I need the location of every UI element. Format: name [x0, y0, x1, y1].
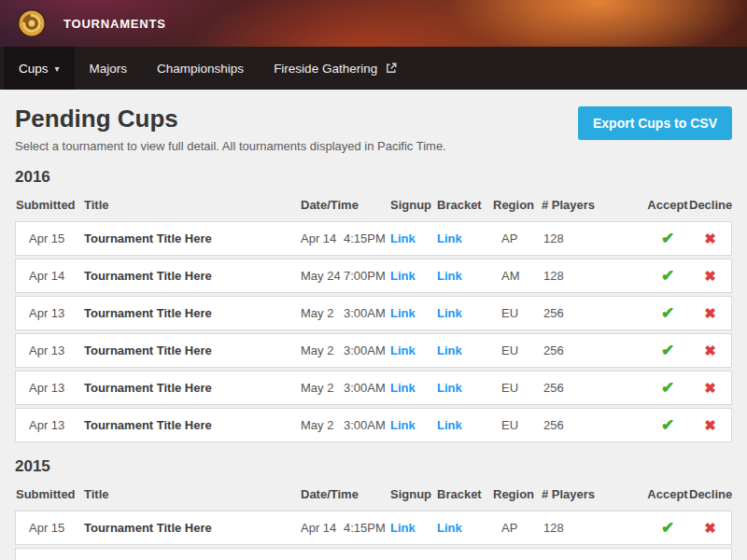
- table-row[interactable]: Apr 15 Tournament Title Here Apr 144:15P…: [15, 511, 732, 545]
- row-date: May 2: [301, 418, 344, 432]
- col-decline: Decline: [689, 487, 731, 501]
- table-row-partial[interactable]: [15, 548, 732, 560]
- row-date: May 2: [301, 381, 344, 395]
- col-players: # Players: [542, 198, 646, 212]
- chevron-down-icon: ▾: [55, 63, 60, 74]
- row-submitted: Apr 15: [16, 521, 84, 535]
- row-region: EU: [493, 418, 542, 432]
- external-link-icon: [386, 63, 397, 74]
- row-date: May 2: [301, 306, 344, 320]
- bracket-link[interactable]: Link: [437, 521, 462, 535]
- accept-check-icon[interactable]: ✔: [661, 230, 674, 247]
- row-players: 128: [542, 269, 646, 283]
- row-datetime: Apr 144:15PM: [301, 231, 390, 245]
- col-signup: Signup: [390, 487, 437, 501]
- nav-item-label: Cups: [19, 62, 49, 76]
- main-nav: Cups ▾ Majors Championships Fireside Gat…: [0, 47, 747, 90]
- table-row[interactable]: Apr 13 Tournament Title Here May 23:00AM…: [15, 408, 732, 442]
- signup-link[interactable]: Link: [390, 521, 416, 535]
- nav-item-majors[interactable]: Majors: [75, 47, 143, 90]
- nav-item-fireside-gathering[interactable]: Fireside Gathering: [259, 47, 412, 90]
- nav-item-label: Championships: [157, 62, 244, 76]
- row-region: AP: [493, 231, 542, 245]
- table-header-row: Submitted Title Date/Time Signup Bracket…: [15, 198, 732, 221]
- col-submitted: Submitted: [16, 487, 84, 501]
- row-players: 128: [542, 231, 646, 245]
- decline-x-icon[interactable]: ✖: [704, 268, 716, 284]
- col-datetime: Date/Time: [301, 487, 390, 501]
- app-title: TOURNAMENTS: [63, 17, 166, 31]
- accept-check-icon[interactable]: ✔: [661, 304, 674, 322]
- main-content: Pending Cups Select a tournament to view…: [0, 90, 747, 560]
- bracket-link[interactable]: Link: [437, 343, 462, 357]
- row-submitted: Apr 13: [16, 343, 84, 357]
- row-region: EU: [493, 343, 542, 357]
- decline-x-icon[interactable]: ✖: [704, 417, 716, 433]
- row-datetime: May 23:00AM: [301, 418, 390, 432]
- table-row[interactable]: Apr 15 Tournament Title Here Apr 144:15P…: [15, 221, 732, 256]
- row-time: 4:15PM: [344, 231, 386, 245]
- nav-item-championships[interactable]: Championships: [142, 47, 259, 90]
- accept-check-icon[interactable]: ✔: [661, 519, 674, 537]
- accept-check-icon[interactable]: ✔: [661, 379, 674, 397]
- signup-link[interactable]: Link: [390, 306, 416, 320]
- bracket-link[interactable]: Link: [437, 418, 462, 432]
- decline-x-icon[interactable]: ✖: [704, 231, 716, 246]
- bracket-link[interactable]: Link: [437, 231, 462, 245]
- row-time: 7:00PM: [344, 269, 386, 283]
- decline-x-icon[interactable]: ✖: [704, 380, 716, 396]
- row-datetime: May 23:00AM: [301, 306, 390, 320]
- bracket-link[interactable]: Link: [437, 306, 462, 320]
- accept-check-icon[interactable]: ✔: [661, 267, 674, 285]
- col-accept: Accept: [646, 487, 689, 501]
- row-title: Tournament Title Here: [84, 231, 301, 245]
- row-title: Tournament Title Here: [84, 521, 301, 535]
- page-title: Pending Cups: [15, 105, 446, 133]
- row-time: 3:00AM: [344, 418, 386, 432]
- col-decline: Decline: [689, 198, 731, 212]
- signup-link[interactable]: Link: [390, 231, 416, 245]
- row-players: 256: [542, 418, 646, 432]
- row-players: 256: [542, 306, 646, 320]
- accept-check-icon[interactable]: ✔: [661, 416, 674, 434]
- row-region: AP: [493, 521, 542, 535]
- signup-link[interactable]: Link: [390, 418, 416, 432]
- nav-item-cups[interactable]: Cups ▾: [4, 47, 75, 90]
- decline-x-icon[interactable]: ✖: [704, 520, 716, 536]
- export-cups-csv-button[interactable]: Export Cups to CSV: [578, 106, 732, 140]
- row-region: EU: [493, 381, 542, 395]
- signup-link[interactable]: Link: [390, 381, 416, 395]
- col-region: Region: [493, 487, 542, 501]
- table-row[interactable]: Apr 13 Tournament Title Here May 23:00AM…: [15, 371, 732, 405]
- row-datetime: May 23:00AM: [301, 381, 390, 395]
- col-region: Region: [493, 198, 542, 212]
- row-time: 4:15PM: [344, 521, 386, 535]
- table-row[interactable]: Apr 14 Tournament Title Here May 247:00P…: [15, 259, 732, 293]
- col-bracket: Bracket: [437, 487, 493, 501]
- bracket-link[interactable]: Link: [437, 269, 462, 283]
- signup-link[interactable]: Link: [390, 343, 416, 357]
- bracket-link[interactable]: Link: [437, 381, 462, 395]
- accept-check-icon[interactable]: ✔: [661, 342, 674, 359]
- row-players: 256: [542, 343, 646, 357]
- decline-x-icon[interactable]: ✖: [704, 343, 716, 358]
- row-date: May 24: [301, 269, 344, 283]
- nav-item-label: Fireside Gathering: [274, 62, 377, 76]
- signup-link[interactable]: Link: [390, 269, 416, 283]
- row-region: AM: [493, 269, 542, 283]
- row-title: Tournament Title Here: [84, 306, 301, 320]
- table-body: Apr 15 Tournament Title Here Apr 144:15P…: [15, 511, 732, 545]
- col-signup: Signup: [390, 198, 437, 212]
- row-submitted: Apr 14: [16, 269, 84, 283]
- col-title: Title: [84, 487, 301, 501]
- decline-x-icon[interactable]: ✖: [704, 305, 716, 321]
- table-row[interactable]: Apr 13 Tournament Title Here May 23:00AM…: [15, 296, 732, 330]
- row-datetime: May 23:00AM: [301, 343, 390, 357]
- row-players: 256: [542, 381, 646, 395]
- top-header: TOURNAMENTS: [0, 0, 747, 47]
- table-row[interactable]: Apr 13 Tournament Title Here May 23:00AM…: [15, 333, 732, 368]
- page-subtitle: Select a tournament to view full detail.…: [15, 139, 446, 153]
- row-time: 3:00AM: [344, 381, 386, 395]
- row-title: Tournament Title Here: [84, 418, 301, 432]
- nav-item-label: Majors: [90, 62, 128, 76]
